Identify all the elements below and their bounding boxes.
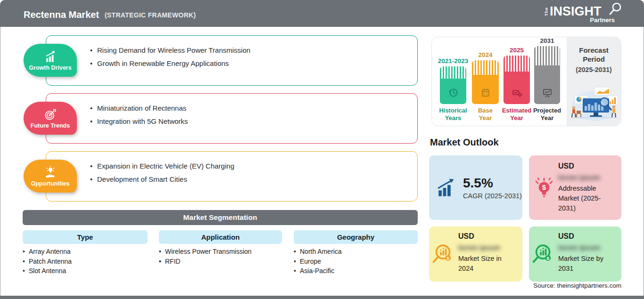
growth-bars-arrow-icon bbox=[436, 177, 458, 199]
research-timeline-panel: 2021-2023 Historical Years 2024 bbox=[431, 37, 621, 126]
opportunities-badge: Opportunities bbox=[24, 160, 77, 193]
history-clock-icon bbox=[447, 87, 459, 99]
logo-the-text: The bbox=[544, 7, 549, 16]
timeline-bar bbox=[504, 56, 530, 104]
timeline-bar bbox=[534, 46, 560, 104]
segment-header-application: Application bbox=[159, 230, 282, 244]
page-subtitle: (STRATEGIC FRAMEWORK) bbox=[105, 11, 196, 19]
insight-partners-logo: The INSIGHT Partners bbox=[546, 4, 617, 24]
estimated-year-bar: 2025 Estimated Year bbox=[504, 37, 530, 126]
bar-category-label: Estimated Year bbox=[502, 104, 531, 126]
cagr-value: 5.5% bbox=[463, 176, 522, 191]
bar-year-label: 2031 bbox=[540, 37, 554, 44]
card-label: Addressable Market (2025-2031) bbox=[558, 184, 616, 213]
bar-category-label: Projected Year bbox=[533, 104, 561, 126]
future-trends-box: Miniaturization of Rectennas Integration… bbox=[46, 93, 418, 144]
left-border bbox=[0, 27, 1, 296]
timeline-bar bbox=[440, 66, 466, 104]
opportunities-section: Expansion in Electric Vehicle (EV) Charg… bbox=[0, 151, 418, 202]
list-item: RFID bbox=[159, 257, 252, 267]
historical-years-bar: 2021-2023 Historical Years bbox=[440, 37, 466, 126]
footer-bar bbox=[0, 296, 644, 299]
bulb-hand-icon bbox=[43, 166, 58, 180]
page-title: Rectenna Market bbox=[24, 9, 99, 20]
list-item: Asia-Pacific bbox=[294, 266, 342, 276]
badge-label: Growth Drivers bbox=[29, 65, 71, 71]
opportunity-item: Expansion in Electric Vehicle (EV) Charg… bbox=[90, 160, 417, 173]
bar-year-label: 2024 bbox=[478, 51, 492, 58]
opportunity-item: Development of Smart Cities bbox=[90, 173, 417, 186]
growth-drivers-badge: Growth Drivers bbox=[24, 44, 77, 77]
magnifier-chart-icon: $ bbox=[531, 242, 557, 268]
cagr-label: CAGR (2025-2031) bbox=[463, 192, 522, 200]
market-outlook-title: Market Outlook bbox=[430, 137, 499, 148]
bar-year-label: 2025 bbox=[510, 47, 524, 54]
redacted-value: lorem ipsum bbox=[458, 243, 518, 251]
chart-gear-icon bbox=[511, 87, 523, 99]
list-item: Patch Antenna bbox=[23, 257, 72, 267]
growth-chart-icon bbox=[43, 50, 58, 64]
badge-label: Opportunities bbox=[31, 180, 70, 187]
forecast-period-title: Forecast Period bbox=[567, 46, 621, 64]
application-list: Wireless Power Transmission RFID bbox=[159, 247, 252, 266]
segment-header-geography: Geography bbox=[294, 230, 418, 244]
card-label: Market Size in 2024 bbox=[458, 254, 518, 274]
presentation-icon bbox=[541, 87, 553, 99]
svg-text:$: $ bbox=[447, 256, 450, 261]
growth-drivers-box: Rising Demand for Wireless Power Transmi… bbox=[46, 35, 418, 86]
addressable-market-card: $ USD lorem ipsum Addressable Market (20… bbox=[529, 155, 621, 220]
base-year-bar: 2024 Base Year bbox=[472, 37, 499, 126]
growth-driver-item: Growth in Renewable Energy Applications bbox=[90, 57, 417, 70]
type-list: Array Antenna Patch Antenna Slot Antenna bbox=[23, 247, 72, 276]
growth-drivers-section: Rising Demand for Wireless Power Transmi… bbox=[0, 35, 418, 86]
badge-label: Future Trends bbox=[31, 122, 70, 129]
magnifier-icon bbox=[607, 1, 623, 17]
geography-list: North America Europe Asia-Pacific bbox=[294, 247, 342, 276]
list-item: Slot Antenna bbox=[23, 266, 72, 276]
redacted-value: lorem ipsum bbox=[558, 173, 616, 181]
list-item: Europe bbox=[294, 257, 342, 267]
svg-text:$: $ bbox=[542, 183, 546, 191]
target-dart-icon bbox=[43, 108, 58, 122]
bar-category-label: Historical Years bbox=[439, 104, 467, 126]
currency-label: USD bbox=[458, 232, 518, 241]
bar-category-label: Base Year bbox=[478, 104, 493, 126]
list-item: North America bbox=[294, 247, 342, 257]
list-item: Wireless Power Transmission bbox=[159, 247, 252, 257]
market-size-2031-card: $ USD lorem ipsum Market Size by 2031 bbox=[529, 226, 621, 282]
future-trends-section: Miniaturization of Rectennas Integration… bbox=[0, 93, 418, 144]
analysts-monitor-illustration bbox=[569, 81, 619, 123]
logo-partners-text: Partners bbox=[590, 16, 615, 24]
market-segmentation-header: Market Segmentation bbox=[23, 210, 418, 225]
cagr-card: 5.5% CAGR (2025-2031) bbox=[429, 155, 522, 220]
svg-text:$: $ bbox=[547, 256, 550, 261]
currency-label: USD bbox=[558, 162, 616, 170]
forecast-period-range: (2025-2031) bbox=[567, 66, 621, 73]
bulb-dollar-icon: $ bbox=[533, 175, 555, 202]
future-trends-badge: Future Trends bbox=[24, 102, 77, 135]
opportunities-box: Expansion in Electric Vehicle (EV) Charg… bbox=[46, 151, 418, 202]
header-bar: Rectenna Market (STRATEGIC FRAMEWORK) Th… bbox=[0, 0, 644, 27]
bar-year-label: 2021-2023 bbox=[438, 57, 469, 65]
infographic-canvas: Rectenna Market (STRATEGIC FRAMEWORK) Th… bbox=[0, 0, 644, 299]
redacted-value: lorem ipsum bbox=[558, 243, 617, 251]
list-item: Array Antenna bbox=[23, 247, 72, 257]
future-trend-item: Miniaturization of Rectennas bbox=[90, 102, 417, 115]
timeline-bar bbox=[472, 60, 499, 104]
projected-year-bar: 2031 Projected Year bbox=[534, 37, 560, 126]
market-size-2024-card: $ USD lorem ipsum Market Size in 2024 bbox=[429, 226, 522, 282]
segment-header-type: Type bbox=[23, 230, 148, 244]
source-attribution: Source: theinsightpartners.com bbox=[533, 282, 621, 289]
magnifier-chart-icon: $ bbox=[431, 242, 457, 268]
growth-driver-item: Rising Demand for Wireless Power Transmi… bbox=[90, 44, 417, 57]
currency-label: USD bbox=[558, 232, 617, 241]
forecast-period-panel: Forecast Period (2025-2031) bbox=[567, 37, 621, 126]
card-label: Market Size by 2031 bbox=[558, 254, 617, 274]
calendar-icon bbox=[479, 87, 492, 99]
future-trend-item: Integration with 5G Networks bbox=[90, 115, 417, 128]
